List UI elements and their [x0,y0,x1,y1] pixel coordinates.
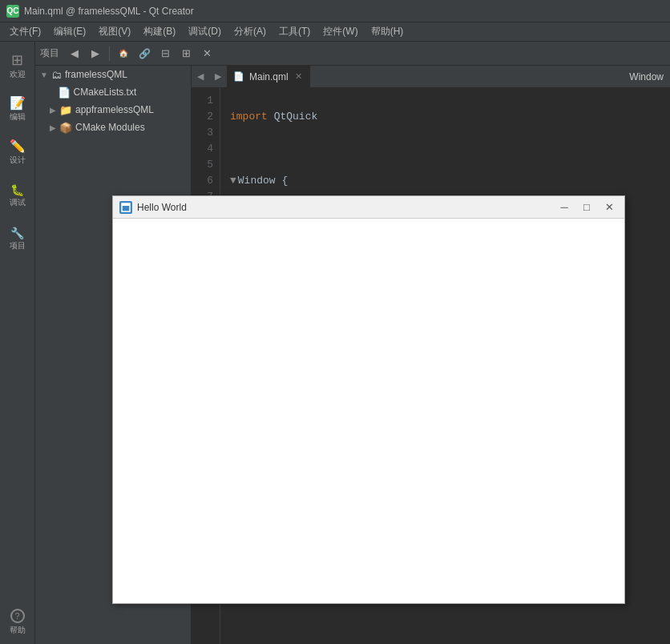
expand-arrow: ▼ [40,70,48,79]
split-vertical-button[interactable]: ⊞ [177,45,195,62]
tab-filename: Main.qml [249,71,289,83]
code-line-1: import QtQuick [230,109,660,125]
title-bar: QC Main.qml @ framelessQML - Qt Creator [0,0,670,22]
folder-icon: 🗂 [51,69,62,81]
app-icon: QC [6,5,19,18]
file-tree-appframeless[interactable]: ▶ 📁 appframelessQML [35,101,191,119]
menu-help[interactable]: 帮助(H) [365,23,410,40]
close-editor-button[interactable]: ✕ [198,45,216,62]
edit-icon: 📝 [10,97,26,110]
home-button[interactable]: 🏠 [115,45,132,62]
sidebar-item-project[interactable]: 🔧 项目 [2,219,34,260]
file-tree-root[interactable]: ▼ 🗂 framelessQML [35,66,191,83]
sidebar-item-edit[interactable]: 📝 编辑 [2,89,34,131]
tab-breadcrumb: Window [623,66,670,87]
sidebar: ⊞ 欢迎 📝 编辑 ✏️ 设计 🐛 调试 🔧 项目 ? 帮助 [0,42,35,644]
preview-title-bar: Hello World ─ □ ✕ [113,196,624,219]
cmakelists-icon: 📄 [58,87,71,99]
preview-window-icon [119,201,132,214]
tab-nav-forward[interactable]: ▶ [209,66,227,87]
tab-spacer [311,66,624,87]
no-arrow [50,88,54,97]
code-line-2 [230,141,660,157]
expand-arrow-2: ▶ [50,106,56,115]
link-button[interactable]: 🔗 [135,45,153,62]
menu-tools[interactable]: 工具(T) [272,23,317,40]
expand-arrow-3: ▶ [50,123,56,132]
design-icon: ✏️ [10,140,26,153]
menu-view[interactable]: 视图(V) [92,23,137,40]
file-tree-appframeless-label: appframelessQML [75,104,154,115]
welcome-icon: ⊞ [11,53,23,67]
debug-icon: 🐛 [10,184,24,195]
project-label: 项目 [40,46,59,60]
split-horizontal-button[interactable]: ⊟ [156,45,174,62]
cmake-modules-icon: 📦 [59,122,72,134]
preview-close-button[interactable]: ✕ [600,200,618,215]
preview-window: Hello World ─ □ ✕ [112,195,625,604]
code-line-3: ▼Window { [230,173,660,189]
menu-edit[interactable]: 编辑(E) [47,23,92,40]
toolbar-separator [109,46,110,61]
menu-build[interactable]: 构建(B) [137,23,182,40]
preview-content [113,219,624,603]
menu-debug[interactable]: 调试(D) [182,23,228,40]
file-tree-cmakelists[interactable]: 📄 CMakeLists.txt [35,83,191,101]
file-tree-root-label: framelessQML [65,69,127,80]
preview-title-text: Hello World [137,202,551,213]
toolbar: 项目 ◀ ▶ 🏠 🔗 ⊟ ⊞ ✕ [35,42,670,66]
nav-back-button[interactable]: ◀ [66,45,83,62]
menu-analyze[interactable]: 分析(A) [228,23,272,40]
preview-minimize-button[interactable]: ─ [555,200,573,215]
preview-maximize-button[interactable]: □ [578,200,595,215]
svg-rect-1 [122,203,130,206]
menu-file[interactable]: 文件(F) [3,23,47,40]
title-bar-text: Main.qml @ framelessQML - Qt Creator [24,6,194,17]
sidebar-item-help[interactable]: ? 帮助 [2,602,34,643]
menu-controls[interactable]: 控件(W) [317,23,364,40]
file-tree-cmake-modules[interactable]: ▶ 📦 CMake Modules [35,119,191,136]
tab-nav-back[interactable]: ◀ [192,66,209,87]
file-tree-cmake-modules-label: CMake Modules [75,122,145,133]
tab-bar: ◀ ▶ 📄 Main.qml ✕ Window [192,66,670,88]
qml-file-icon: 📄 [233,71,244,82]
sidebar-item-welcome[interactable]: ⊞ 欢迎 [2,46,34,87]
tab-close-button[interactable]: ✕ [293,71,304,82]
help-icon: ? [10,609,25,623]
nav-forward-button[interactable]: ▶ [87,45,104,62]
file-tree-cmakelists-label: CMakeLists.txt [74,87,137,98]
sidebar-item-debug[interactable]: 🐛 调试 [2,175,34,217]
sidebar-item-design[interactable]: ✏️ 设计 [2,132,34,174]
main-qml-tab[interactable]: 📄 Main.qml ✕ [227,66,311,87]
menu-bar: 文件(F) 编辑(E) 视图(V) 构建(B) 调试(D) 分析(A) 工具(T… [0,22,670,42]
appfolder-icon: 📁 [59,104,72,116]
project-icon: 🔧 [10,227,24,239]
